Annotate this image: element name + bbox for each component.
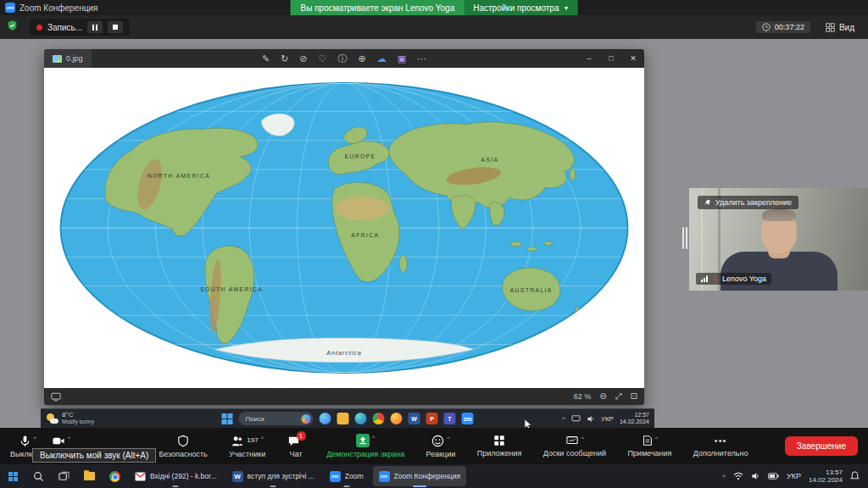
remote-time: 12:57 — [634, 412, 649, 419]
reactions-button[interactable]: ^ Реакции — [423, 428, 459, 464]
taskbar-app-mail[interactable]: Вхідні (292) - k.bor... — [129, 466, 223, 486]
host-time: 13:57 — [826, 469, 843, 476]
taskbar-app-zoom-meeting[interactable]: zm Zoom Конференция — [373, 466, 467, 486]
whiteboard-icon — [565, 435, 579, 446]
remote-clock[interactable]: 12:57 14.02.2024 — [620, 412, 649, 424]
reactions-smiley-icon — [431, 435, 444, 447]
cloud-icon[interactable]: ☁ — [377, 53, 387, 64]
whiteboards-caret-icon[interactable]: ^ — [581, 435, 584, 441]
stop-recording-button[interactable] — [108, 21, 123, 33]
remote-volume-icon[interactable] — [587, 415, 595, 423]
recording-label: Запись... — [47, 23, 82, 32]
battery-icon[interactable] — [768, 473, 779, 480]
powerpoint-icon[interactable]: P — [426, 413, 438, 424]
notes-caret-icon[interactable]: ^ — [655, 435, 658, 441]
pause-recording-button[interactable] — [87, 21, 103, 33]
task-view-icon[interactable] — [51, 464, 76, 488]
rotate-icon[interactable]: ↻ — [281, 53, 288, 64]
remove-pin-button[interactable]: Удалить закрепление — [698, 196, 798, 209]
share-screen-button[interactable]: ^ Демонстрация экрана — [323, 428, 408, 464]
remote-start-button[interactable] — [222, 413, 233, 424]
language-indicator[interactable]: УКР — [787, 472, 801, 480]
close-icon[interactable]: ✕ — [622, 49, 644, 68]
edge-icon[interactable] — [355, 413, 367, 424]
video-panel-handle[interactable] — [682, 227, 687, 249]
map-label-south-america: SOUTH AMERICA — [200, 286, 263, 292]
host-taskbar: Вхідні (292) - k.bor... W вступ для зуст… — [0, 464, 868, 488]
pause-icon — [92, 25, 97, 30]
fit-screen-icon[interactable]: ⤢ — [615, 391, 622, 402]
zoom-app-icon[interactable]: zm — [462, 413, 474, 424]
participant-name-badge: Lenovo Yoga — [696, 273, 771, 285]
apps-button[interactable]: Приложения — [474, 428, 526, 464]
view-options-dropdown[interactable]: Настройки просмотра ▼ — [465, 0, 577, 15]
microphone-icon — [19, 435, 31, 447]
remote-search-box[interactable]: Поиск — [239, 412, 314, 425]
pin-icon — [704, 199, 711, 207]
search-icon[interactable] — [25, 464, 51, 488]
wifi-icon[interactable] — [733, 472, 743, 480]
notification-bell-icon[interactable] — [850, 471, 860, 481]
weather-desc: Mostly sunny — [62, 419, 94, 425]
security-button[interactable]: Безопасность — [155, 428, 210, 464]
participant-name: Lenovo Yoga — [722, 274, 766, 283]
participant-video-tile[interactable]: Удалить закрепление Lenovo Yoga — [689, 188, 868, 291]
edit-icon[interactable]: ✎ — [262, 53, 270, 64]
notes-button[interactable]: ^ Примечания — [624, 428, 675, 464]
shield-icon — [177, 435, 189, 447]
tray-chevron-icon[interactable]: ^ — [722, 473, 726, 480]
display-icon[interactable] — [51, 392, 61, 402]
file-explorer-icon[interactable] — [76, 464, 102, 488]
volume-icon[interactable] — [751, 472, 760, 480]
word-icon[interactable]: W — [409, 413, 420, 424]
more-button[interactable]: ••• Дополнительно — [690, 428, 752, 464]
apps-label: Приложения — [477, 449, 522, 458]
remote-language-indicator[interactable]: УКР — [601, 415, 614, 423]
start-button[interactable] — [0, 464, 25, 488]
share-screen-icon — [356, 434, 370, 447]
participants-button[interactable]: 197 ^ Участники — [225, 428, 269, 464]
chrome-browser-icon[interactable] — [102, 464, 127, 488]
folder-icon[interactable] — [337, 413, 349, 424]
end-meeting-button[interactable]: Завершение — [785, 436, 858, 456]
minimize-icon[interactable]: – — [578, 49, 600, 68]
info-icon[interactable]: ⓘ — [337, 53, 347, 65]
firefox-icon[interactable] — [391, 413, 403, 424]
taskbar-app-label: вступ для зустрічі ... — [248, 472, 314, 480]
window-title: Zoom Конференция — [19, 3, 97, 13]
zoom-tool-icon[interactable]: ⊕ — [358, 53, 365, 64]
remove-pin-label: Удалить закрепление — [715, 198, 792, 207]
photo-tab[interactable]: 0.jpg — [44, 49, 92, 68]
photo-canvas[interactable]: NORTH AMERICA SOUTH AMERICA EUROPE AFRIC… — [44, 68, 644, 388]
fullscreen-icon[interactable]: ⊡ — [631, 391, 637, 402]
taskbar-app-word[interactable]: W вступ для зустрічі ... — [226, 466, 320, 486]
photo-viewer-window: 0.jpg ✎ ↻ ⊘ ♡ ⓘ ⊕ ☁ ▣ ⋯ – □ ✕ — [44, 49, 644, 405]
more-options-icon[interactable]: ⋯ — [417, 53, 426, 64]
meeting-info-bar: Запись... 00:37:22 Вид — [0, 15, 868, 39]
filters-icon[interactable]: ▣ — [398, 53, 406, 64]
reactions-caret-icon[interactable]: ^ — [447, 435, 449, 441]
chrome-icon[interactable] — [373, 413, 385, 424]
remote-tray-chevron-icon[interactable]: ^ — [562, 415, 565, 423]
participants-count: 197 — [247, 436, 258, 444]
copilot-icon[interactable] — [320, 413, 331, 424]
mic-caret-icon[interactable]: ^ — [34, 435, 36, 441]
delete-icon[interactable]: ⊘ — [299, 53, 307, 64]
zoom-out-icon[interactable]: ⊖ — [599, 391, 606, 402]
whiteboards-button[interactable]: ^ Доски сообщений — [540, 428, 609, 464]
participants-caret-icon[interactable]: ^ — [261, 435, 264, 441]
teams-icon[interactable]: T — [444, 413, 456, 424]
view-button[interactable]: Вид — [821, 22, 860, 33]
chat-button[interactable]: 1 ^ Чат — [284, 428, 309, 464]
share-caret-icon[interactable]: ^ — [372, 435, 375, 441]
maximize-icon[interactable]: □ — [600, 49, 622, 68]
more-dots-icon: ••• — [715, 435, 727, 446]
taskbar-app-zoom[interactable]: zm Zoom — [324, 466, 370, 486]
remote-weather-widget[interactable]: 8°C Mostly sunny — [41, 412, 94, 424]
host-clock[interactable]: 13:57 14.02.2024 — [809, 469, 843, 484]
view-grid-icon — [826, 23, 835, 32]
video-caret-icon[interactable]: ^ — [68, 435, 70, 441]
favorite-heart-icon[interactable]: ♡ — [319, 53, 327, 64]
zoom-meeting-window: zm Zoom Конференция Вы просматриваете эк… — [0, 0, 868, 488]
remote-display-icon[interactable] — [571, 415, 581, 423]
